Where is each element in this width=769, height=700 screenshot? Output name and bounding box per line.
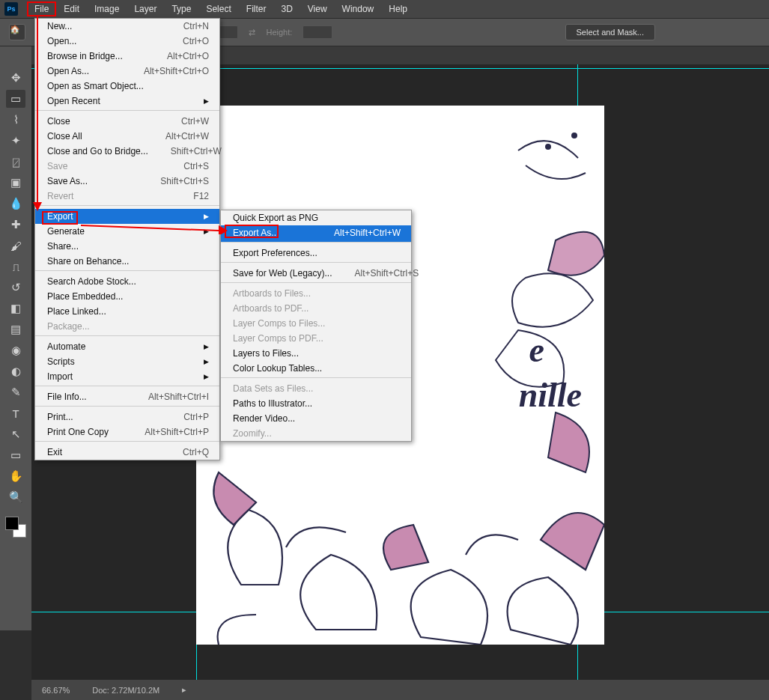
design-text-line1: e [529,330,544,370]
file-menu-item-revert[interactable]: RevertF12 [35,189,219,206]
export-menu-item-color-lookup-tables[interactable]: Color Lookup Tables... [221,361,411,378]
file-menu-item-place-embedded[interactable]: Place Embedded... [35,289,219,304]
export-menu-item-layer-comps-to-pdf[interactable]: Layer Comps to PDF... [221,331,411,346]
file-menu-item-share-on-behance[interactable]: Share on Behance... [35,254,219,271]
blur-tool[interactable]: ◉ [6,341,25,359]
hand-tool[interactable]: ✋ [6,467,25,485]
doc-size: Doc: 2.72M/10.2M [92,686,159,695]
color-swatch[interactable] [5,517,26,538]
export-menu-item-layer-comps-to-files[interactable]: Layer Comps to Files... [221,316,411,331]
file-menu-item-search-adobe-stock[interactable]: Search Adobe Stock... [35,274,219,289]
file-menu-item-exit[interactable]: ExitCtrl+Q [35,445,219,460]
path-tool[interactable]: ↖ [6,425,25,443]
file-menu-item-place-linked[interactable]: Place Linked... [35,304,219,319]
menu-edit[interactable]: Edit [56,1,87,16]
export-menu-item-export-as[interactable]: Export As...Alt+Shift+Ctrl+W [221,225,411,243]
status-arrow-icon[interactable]: ▸ [182,685,186,695]
menu-file[interactable]: File [27,1,56,16]
export-submenu: Quick Export as PNGExport As...Alt+Shift… [220,210,412,442]
gradient-tool[interactable]: ▤ [6,320,25,338]
export-menu-item-export-preferences[interactable]: Export Preferences... [221,246,411,263]
menu-3d[interactable]: 3D [273,1,300,16]
menu-bar: Ps FileEditImageLayerTypeSelectFilter3DV… [0,0,769,18]
svg-point-1 [572,133,577,138]
file-menu-item-open-as-smart-object[interactable]: Open as Smart Object... [35,79,219,94]
zoom-level[interactable]: 66.67% [42,686,70,695]
export-menu-item-layers-to-files[interactable]: Layers to Files... [221,346,411,361]
file-menu-item-print-one-copy[interactable]: Print One CopyAlt+Shift+Ctrl+P [35,424,219,442]
heal-tool[interactable]: ✚ [6,216,25,234]
file-menu-item-print[interactable]: Print...Ctrl+P [35,410,219,424]
file-menu-item-close-and-go-to-bridge[interactable]: Close and Go to Bridge...Shift+Ctrl+W [35,144,219,159]
tool-panel: ✥▭⌇✦⍁▣💧✚🖌⎍↺◧▤◉◐✎T↖▭✋🔍 [0,46,31,630]
file-menu-item-save-as[interactable]: Save As...Shift+Ctrl+S [35,174,219,189]
move-tool[interactable]: ✥ [6,69,25,87]
file-menu-item-open-as[interactable]: Open As...Alt+Shift+Ctrl+O [35,64,219,79]
frame-tool[interactable]: ▣ [6,174,25,192]
zoom-tool[interactable]: 🔍 [6,488,25,506]
shape-tool[interactable]: ▭ [6,446,25,464]
export-menu-item-artboards-to-files[interactable]: Artboards to Files... [221,286,411,301]
brush-tool[interactable]: 🖌 [6,237,25,255]
menu-filter[interactable]: Filter [239,1,274,16]
export-menu-item-save-for-web-legacy[interactable]: Save for Web (Legacy)...Alt+Shift+Ctrl+S [221,266,411,283]
home-icon[interactable]: 🏠 [9,24,25,40]
file-menu-item-generate[interactable]: Generate▶ [35,224,219,239]
file-menu-item-import[interactable]: Import▶ [35,369,219,386]
svg-point-0 [546,144,550,149]
file-menu-item-open-recent[interactable]: Open Recent▶ [35,94,219,111]
file-menu-item-save[interactable]: SaveCtrl+S [35,159,219,174]
photoshop-logo-icon: Ps [4,2,18,16]
eraser-tool[interactable]: ◧ [6,299,25,317]
menu-select[interactable]: Select [198,1,238,16]
dodge-tool[interactable]: ◐ [6,362,25,380]
design-text-line2: nille [519,375,582,415]
menu-image[interactable]: Image [87,1,127,16]
text-tool[interactable]: T [6,404,25,422]
export-menu-item-artboards-to-pdf[interactable]: Artboards to PDF... [221,301,411,316]
crop-tool[interactable]: ⍁ [6,153,25,171]
marquee-tool[interactable]: ▭ [6,90,25,108]
file-menu-item-package[interactable]: Package... [35,319,219,336]
status-bar: 66.67% Doc: 2.72M/10.2M ▸ [31,680,769,700]
export-menu-item-data-sets-as-files[interactable]: Data Sets as Files... [221,381,411,396]
height-input[interactable] [303,25,332,39]
file-menu-item-automate[interactable]: Automate▶ [35,339,219,354]
file-menu-item-close[interactable]: CloseCtrl+W [35,114,219,129]
file-menu-item-open[interactable]: Open...Ctrl+O [35,34,219,49]
export-menu-item-paths-to-illustrator[interactable]: Paths to Illustrator... [221,396,411,411]
export-menu-item-zoomify[interactable]: Zoomify... [221,426,411,441]
export-menu-item-render-video[interactable]: Render Video... [221,411,411,426]
file-menu-item-file-info[interactable]: File Info...Alt+Shift+Ctrl+I [35,389,219,407]
stamp-tool[interactable]: ⎍ [6,258,25,276]
file-menu-item-export[interactable]: Export▶ [35,209,219,224]
export-menu-item-quick-export-as-png[interactable]: Quick Export as PNG [221,210,411,225]
menu-help[interactable]: Help [381,1,415,16]
file-menu: New...Ctrl+NOpen...Ctrl+OBrowse in Bridg… [34,18,220,460]
swap-icon[interactable]: ⇄ [249,28,255,37]
wand-tool[interactable]: ✦ [6,132,25,150]
file-menu-item-share[interactable]: Share... [35,239,219,254]
height-label: Height: [266,28,292,37]
menu-window[interactable]: Window [335,1,382,16]
file-menu-item-new[interactable]: New...Ctrl+N [35,19,219,34]
file-menu-item-browse-in-bridge[interactable]: Browse in Bridge...Alt+Ctrl+O [35,49,219,64]
pen-tool[interactable]: ✎ [6,383,25,401]
file-menu-item-close-all[interactable]: Close AllAlt+Ctrl+W [35,129,219,144]
select-and-mask-button[interactable]: Select and Mask... [565,24,656,40]
menu-view[interactable]: View [300,1,335,16]
eyedrop-tool[interactable]: 💧 [6,195,25,213]
menu-type[interactable]: Type [164,1,198,16]
menu-layer[interactable]: Layer [127,1,164,16]
lasso-tool[interactable]: ⌇ [6,111,25,129]
history-tool[interactable]: ↺ [6,279,25,296]
file-menu-item-scripts[interactable]: Scripts▶ [35,354,219,369]
